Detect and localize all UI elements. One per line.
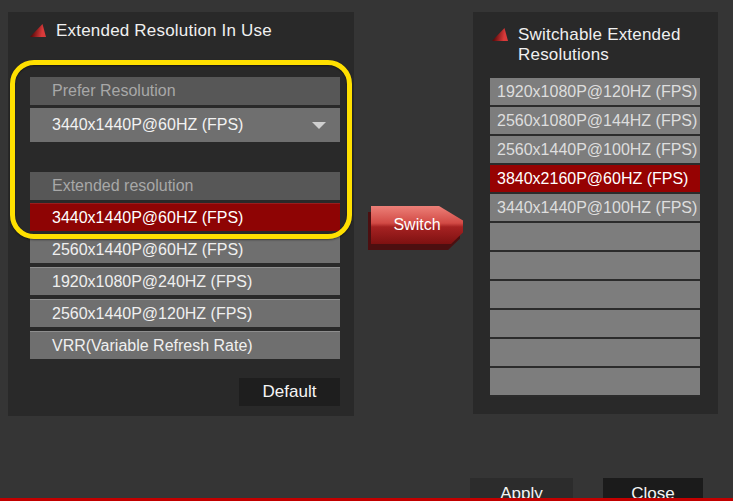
list-item[interactable]: 3440x1440P@60HZ (FPS)	[30, 203, 340, 231]
prefer-resolution-dropdown[interactable]: 3440x1440P@60HZ (FPS)	[30, 108, 340, 142]
empty-list-slot	[490, 252, 700, 281]
switchable-resolutions-panel: Switchable Extended Resolutions 1920x108…	[473, 12, 718, 414]
list-item[interactable]: 3840x2160P@60HZ (FPS)	[490, 165, 700, 194]
switch-button-label: Switch	[371, 206, 463, 244]
list-item[interactable]: 1920x1080P@120HZ (FPS)	[490, 78, 700, 107]
extended-resolution-list: 3440x1440P@60HZ (FPS)2560x1440P@60HZ (FP…	[30, 203, 340, 363]
list-item[interactable]: 3440x1440P@100HZ (FPS)	[490, 194, 700, 223]
switchable-resolution-list: 1920x1080P@120HZ (FPS)2560x1080P@144HZ (…	[490, 78, 700, 397]
empty-list-slot	[490, 368, 700, 397]
prefer-resolution-value: 3440x1440P@60HZ (FPS)	[30, 108, 340, 142]
left-panel-title: Extended Resolution In Use	[56, 21, 272, 41]
list-item[interactable]: 2560x1080P@144HZ (FPS)	[490, 107, 700, 136]
list-item[interactable]: 2560x1440P@120HZ (FPS)	[30, 299, 340, 327]
right-panel-title: Switchable Extended Resolutions	[518, 25, 703, 65]
red-triangle-icon	[492, 28, 508, 41]
extended-resolution-label: Extended resolution	[30, 172, 340, 200]
empty-list-slot	[490, 281, 700, 310]
default-button[interactable]: Default	[239, 378, 340, 406]
left-panel-header: Extended Resolution In Use	[30, 21, 272, 41]
list-item[interactable]: 2560x1440P@100HZ (FPS)	[490, 136, 700, 165]
empty-list-slot	[490, 339, 700, 368]
red-triangle-icon	[30, 24, 46, 37]
list-item[interactable]: 1920x1080P@240HZ (FPS)	[30, 267, 340, 295]
empty-list-slot	[490, 310, 700, 339]
empty-list-slot	[490, 223, 700, 252]
right-panel-header: Switchable Extended Resolutions	[492, 25, 703, 65]
prefer-resolution-label: Prefer Resolution	[30, 77, 340, 105]
extended-resolution-in-use-panel: Extended Resolution In Use Prefer Resolu…	[8, 12, 354, 416]
resolution-settings-window: Extended Resolution In Use Prefer Resolu…	[0, 0, 733, 501]
chevron-down-icon	[312, 122, 326, 129]
switch-button[interactable]: Switch	[371, 206, 463, 250]
list-item[interactable]: VRR(Variable Refresh Rate)	[30, 331, 340, 359]
list-item[interactable]: 2560x1440P@60HZ (FPS)	[30, 235, 340, 263]
